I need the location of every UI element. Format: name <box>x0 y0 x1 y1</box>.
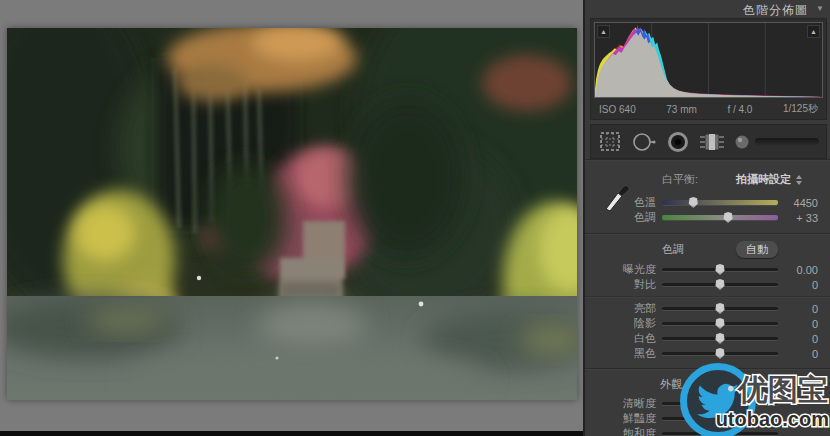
slider-track-tint[interactable] <box>662 215 778 220</box>
slider-value-temp: 4450 <box>778 197 830 209</box>
slider-track-highlights[interactable] <box>662 307 778 310</box>
presence-header-label: 外觀 <box>660 378 682 390</box>
photo-canvas[interactable] <box>7 28 577 400</box>
crop-tool-icon[interactable] <box>598 131 622 153</box>
shutter-speed-value: 1/125秒 <box>783 102 818 116</box>
slider-value-exposure: 0.00 <box>778 264 830 276</box>
slider-row-shadows: 陰影0 <box>585 316 830 331</box>
auto-tone-button[interactable]: 自動 <box>736 241 778 258</box>
slider-knob-vibrance[interactable] <box>715 413 725 424</box>
slider-label-contrast: 對比 <box>585 277 656 292</box>
slider-label-blacks: 黑色 <box>585 346 656 361</box>
shadow-clipping-indicator-icon[interactable]: ▲ <box>597 25 610 38</box>
slider-track-exposure[interactable] <box>662 268 778 271</box>
slider-row-whites: 白色0 <box>585 331 830 346</box>
focal-length-value: 73 mm <box>666 104 697 115</box>
slider-value-whites: 0 <box>778 333 830 345</box>
highlight-clipping-indicator-icon[interactable]: ▲ <box>807 25 820 38</box>
slider-track-vibrance[interactable] <box>662 417 778 420</box>
slider-track-temp[interactable] <box>662 200 778 205</box>
adjustment-brush-tool-icon[interactable] <box>734 133 750 151</box>
iso-value: ISO 640 <box>599 104 636 115</box>
slider-knob-tint[interactable] <box>723 212 733 223</box>
slider-knob-clarity[interactable] <box>717 398 727 409</box>
camera-info-row: ISO 640 73 mm f / 4.0 1/125秒 <box>591 101 826 119</box>
filmstrip-divider <box>0 431 583 436</box>
slider-track-saturation[interactable] <box>662 432 778 435</box>
adjustment-brush-handle[interactable] <box>755 138 819 145</box>
slider-knob-saturation[interactable] <box>715 428 725 436</box>
slider-track-contrast[interactable] <box>662 283 778 286</box>
slider-knob-shadows[interactable] <box>715 318 725 329</box>
slider-label-highlights: 亮部 <box>585 301 656 316</box>
slider-knob-blacks[interactable] <box>715 348 725 359</box>
spot-removal-tool-icon[interactable] <box>631 131 657 153</box>
tone-section: 色調 自動 曝光度0.00對比0 亮部0陰影0白色0黑色0 <box>585 235 830 368</box>
slider-row-exposure: 曝光度0.00 <box>585 262 830 277</box>
pond-autumn-photo <box>7 28 577 400</box>
slider-label-clarity: 清晰度 <box>585 396 656 411</box>
slider-label-saturation: 飽和度 <box>585 426 656 436</box>
histogram-graph <box>595 23 822 97</box>
slider-row-saturation: 飽和度 <box>585 426 830 436</box>
slider-row-contrast: 對比0 <box>585 277 830 292</box>
develop-right-panel: 色階分佈圖 ▼ ▲ ▲ ISO 640 73 mm f / 4.0 1/125秒 <box>583 0 830 436</box>
white-balance-section: 白平衡: 拍攝時設定 色溫4450色調+ 33 <box>585 172 830 233</box>
presence-section: 外觀 清晰度鮮豔度飽和度 <box>585 370 830 436</box>
panel-divider <box>585 159 830 161</box>
histogram-panel-title: 色階分佈圖 <box>743 2 808 19</box>
aperture-value: f / 4.0 <box>727 104 752 115</box>
slider-knob-whites[interactable] <box>715 333 725 344</box>
slider-value-contrast: 0 <box>778 279 830 291</box>
tone-subdivider <box>585 296 830 298</box>
slider-value-tint: + 33 <box>778 212 830 224</box>
preset-updown-icon[interactable] <box>796 175 802 185</box>
slider-track-whites[interactable] <box>662 337 778 340</box>
slider-value-blacks: 0 <box>778 348 830 360</box>
red-eye-tool-icon[interactable] <box>666 130 690 154</box>
slider-row-vibrance: 鮮豔度 <box>585 411 830 426</box>
slider-value-shadows: 0 <box>778 318 830 330</box>
tone-header-label: 色調 <box>662 242 684 257</box>
slider-track-clarity[interactable] <box>662 402 778 405</box>
histogram-container: ▲ ▲ ISO 640 73 mm f / 4.0 1/125秒 <box>590 18 827 120</box>
slider-label-exposure: 曝光度 <box>585 262 656 277</box>
photo-work-area <box>0 0 583 436</box>
slider-label-whites: 白色 <box>585 331 656 346</box>
slider-knob-highlights[interactable] <box>715 303 725 314</box>
slider-track-blacks[interactable] <box>662 352 778 355</box>
slider-row-clarity: 清晰度 <box>585 396 830 411</box>
tool-strip <box>590 124 827 159</box>
slider-track-shadows[interactable] <box>662 322 778 325</box>
slider-row-blacks: 黑色0 <box>585 346 830 361</box>
slider-row-highlights: 亮部0 <box>585 301 830 316</box>
histogram-chart[interactable]: ▲ ▲ <box>594 22 823 98</box>
slider-label-shadows: 陰影 <box>585 316 656 331</box>
white-balance-eyedropper-icon[interactable] <box>603 180 633 216</box>
slider-knob-exposure[interactable] <box>715 264 725 275</box>
slider-label-vibrance: 鮮豔度 <box>585 411 656 426</box>
slider-knob-temp[interactable] <box>688 197 698 208</box>
slider-knob-contrast[interactable] <box>715 279 725 290</box>
collapse-triangle-icon[interactable]: ▼ <box>816 4 824 13</box>
slider-value-highlights: 0 <box>778 303 830 315</box>
graduated-filter-tool-icon[interactable] <box>699 130 725 154</box>
white-balance-label: 白平衡: <box>662 172 698 187</box>
histogram-panel-header[interactable]: 色階分佈圖 ▼ <box>585 0 830 17</box>
white-balance-preset-value[interactable]: 拍攝時設定 <box>736 172 791 187</box>
